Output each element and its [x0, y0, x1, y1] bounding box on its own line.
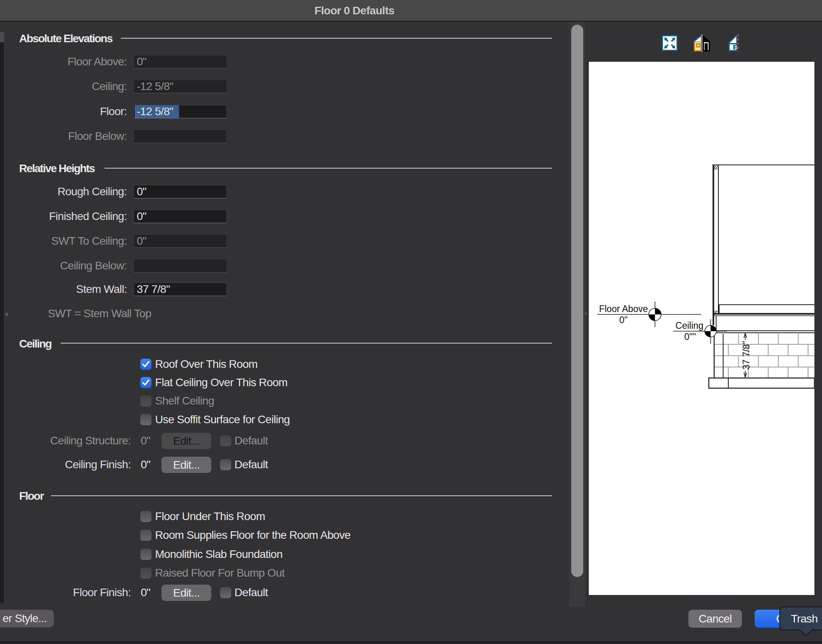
- svg-text:37 7/8": 37 7/8": [741, 341, 751, 369]
- svg-text:Floor Above: Floor Above: [599, 304, 648, 314]
- svg-text:Ceiling: Ceiling: [675, 320, 703, 331]
- svg-text:0"": 0"": [684, 332, 696, 342]
- svg-text:0": 0": [619, 315, 628, 325]
